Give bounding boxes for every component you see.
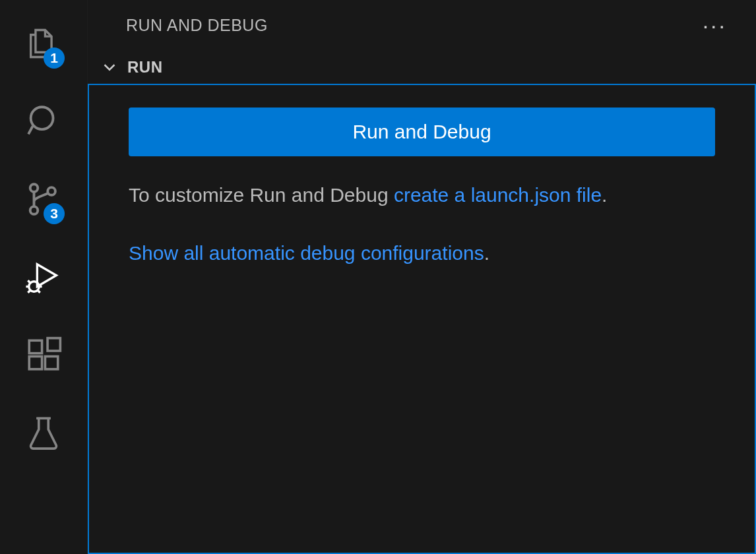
svg-point-3 — [30, 206, 38, 214]
run-debug-sidebar: RUN AND DEBUG ··· RUN Run and Debug To c… — [87, 0, 756, 554]
svg-point-2 — [30, 184, 38, 192]
activity-extensions[interactable] — [11, 323, 77, 389]
run-section-header[interactable]: RUN — [88, 51, 756, 84]
customize-text-prefix: To customize Run and Debug — [129, 184, 394, 206]
show-all-configs-link[interactable]: Show all automatic debug configurations — [129, 242, 484, 264]
more-actions-button[interactable]: ··· — [695, 17, 735, 34]
svg-rect-12 — [29, 356, 42, 369]
section-title: RUN — [127, 58, 163, 77]
svg-rect-13 — [45, 356, 57, 369]
svg-point-0 — [31, 107, 53, 129]
activity-run-debug[interactable] — [11, 245, 77, 311]
scm-badge: 3 — [44, 203, 65, 224]
sidebar-header: RUN AND DEBUG ··· — [88, 0, 756, 51]
customize-text-suffix: . — [602, 184, 607, 206]
explorer-badge: 1 — [44, 47, 65, 69]
ellipsis-icon: ··· — [703, 13, 727, 38]
svg-line-8 — [28, 290, 30, 292]
beaker-icon — [24, 414, 63, 454]
debug-icon — [24, 258, 63, 299]
activity-bar: 1 3 — [0, 0, 87, 554]
activity-explorer[interactable]: 1 — [11, 12, 77, 78]
activity-source-control[interactable]: 3 — [11, 168, 77, 233]
svg-point-4 — [47, 187, 55, 195]
svg-line-1 — [28, 126, 33, 134]
run-section-content: Run and Debug To customize Run and Debug… — [88, 84, 756, 554]
svg-rect-14 — [47, 338, 60, 351]
extensions-icon — [24, 336, 63, 377]
create-launch-json-link[interactable]: create a launch.json file — [394, 184, 602, 206]
svg-line-9 — [38, 290, 40, 292]
show-all-suffix: . — [484, 242, 489, 264]
show-all-description: Show all automatic debug configurations. — [129, 238, 715, 268]
run-and-debug-button[interactable]: Run and Debug — [129, 108, 715, 156]
svg-line-10 — [28, 280, 30, 282]
svg-rect-11 — [29, 340, 42, 353]
activity-search[interactable] — [11, 90, 77, 156]
customize-description: To customize Run and Debug create a laun… — [129, 179, 715, 212]
activity-testing[interactable] — [11, 401, 77, 467]
search-icon — [24, 102, 63, 143]
chevron-down-icon — [100, 57, 119, 77]
sidebar-title: RUN AND DEBUG — [126, 16, 268, 35]
